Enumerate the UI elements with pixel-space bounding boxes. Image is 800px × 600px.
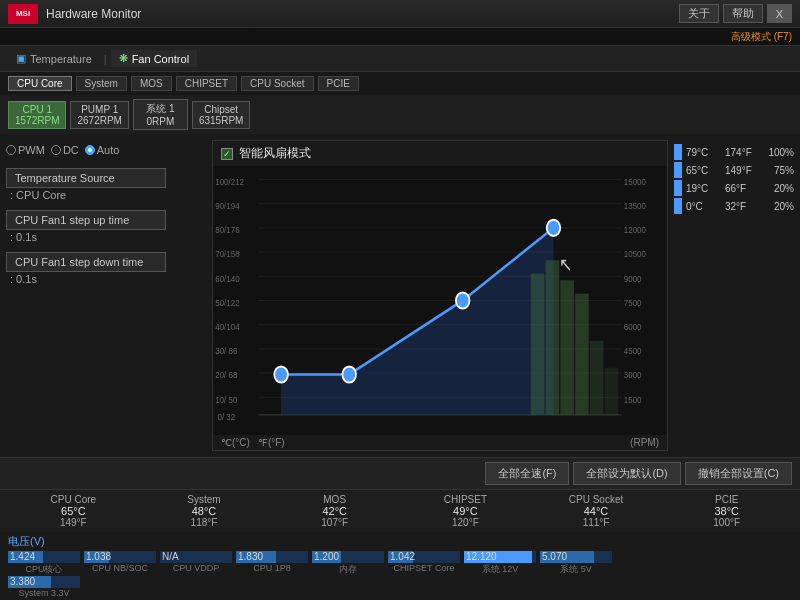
sensor-mos-val2: 107°F bbox=[321, 517, 348, 528]
voltage-label-5: CHIPSET Core bbox=[388, 563, 460, 573]
stepdown-value: : 0.1s bbox=[6, 272, 206, 286]
svg-point-40 bbox=[274, 366, 288, 382]
right-legend: 79°C 174°F 100% 65°C 149°F 75% 19°C 66°F… bbox=[674, 140, 794, 451]
fan-chipset-label: Chipset bbox=[199, 104, 243, 115]
fan-pump1-button[interactable]: PUMP 1 2672RPM bbox=[70, 101, 128, 129]
svg-text:60/140: 60/140 bbox=[215, 273, 239, 284]
sensor-tab-cpu-socket[interactable]: CPU Socket bbox=[241, 76, 313, 91]
close-button[interactable]: X bbox=[767, 4, 792, 23]
voltage-item-1: 1.038CPU NB/SOC bbox=[84, 551, 156, 573]
sensor-chipset-val2: 120°F bbox=[452, 517, 479, 528]
temp-source-group: Temperature Source : CPU Core bbox=[6, 168, 206, 202]
sensor-tab-pcie[interactable]: PCIE bbox=[318, 76, 359, 91]
mode-pwm[interactable]: PWM bbox=[6, 144, 45, 156]
fan-buttons-row: CPU 1 1572RPM PUMP 1 2672RPM 系统 1 0RPM C… bbox=[0, 95, 800, 134]
fan-curve-chart[interactable]: 100/212 90/194 80/176 70/158 60/140 50/1… bbox=[213, 166, 667, 435]
voltage-value-6: 12.120 bbox=[466, 551, 497, 563]
pwm-radio[interactable] bbox=[6, 145, 16, 155]
about-button[interactable]: 关于 bbox=[679, 4, 719, 23]
svg-point-42 bbox=[456, 292, 470, 308]
mode-radio-group: PWM DC Auto bbox=[6, 144, 119, 156]
svg-text:↖: ↖ bbox=[559, 254, 572, 276]
legend-pct-0: 100% bbox=[764, 147, 794, 158]
top-nav: 高级模式 (F7) bbox=[0, 28, 800, 46]
voltage-bar-2: N/A bbox=[160, 551, 232, 563]
voltage2-label-0: System 3.3V bbox=[8, 588, 80, 598]
sensor-tab-cpu-core[interactable]: CPU Core bbox=[8, 76, 72, 91]
dc-label: DC bbox=[63, 144, 79, 156]
svg-text:12000: 12000 bbox=[624, 225, 646, 236]
voltage-bar-7: 5.070 bbox=[540, 551, 612, 563]
legend-item-3: 0°C 32°F 20% bbox=[674, 198, 794, 214]
voltage-label-1: CPU NB/SOC bbox=[84, 563, 156, 573]
svg-text:1500: 1500 bbox=[624, 394, 642, 405]
auto-label: Auto bbox=[97, 144, 120, 156]
advanced-mode-link[interactable]: 高级模式 (F7) bbox=[731, 30, 792, 44]
sensor-system: System 48°C 118°F bbox=[139, 494, 270, 528]
help-button[interactable]: 帮助 bbox=[723, 4, 763, 23]
dc-radio[interactable] bbox=[51, 145, 61, 155]
sensor-cpu-core: CPU Core 65°C 149°F bbox=[8, 494, 139, 528]
voltage-bar-5: 1.042 bbox=[388, 551, 460, 563]
fan-chipset-button[interactable]: Chipset 6315RPM bbox=[192, 101, 250, 129]
svg-text:15000: 15000 bbox=[624, 176, 646, 187]
chart-body[interactable]: 100/212 90/194 80/176 70/158 60/140 50/1… bbox=[213, 166, 667, 435]
svg-text:0/ 32: 0/ 32 bbox=[218, 412, 236, 423]
all-default-button[interactable]: 全部设为默认(D) bbox=[573, 462, 680, 485]
fan-cpu1-button[interactable]: CPU 1 1572RPM bbox=[8, 101, 66, 129]
svg-text:6000: 6000 bbox=[624, 321, 642, 332]
voltage-item-2: N/ACPU VDDP bbox=[160, 551, 232, 573]
fan-sys1-button[interactable]: 系统 1 0RPM bbox=[133, 99, 188, 130]
smart-mode-checkbox[interactable]: ✓ bbox=[221, 148, 233, 160]
voltage-items-row: 1.424CPU核心1.038CPU NB/SOCN/ACPU VDDP1.83… bbox=[8, 551, 792, 576]
legend-bar-2 bbox=[674, 180, 682, 196]
legend-bar-1 bbox=[674, 162, 682, 178]
svg-text:9000: 9000 bbox=[624, 273, 642, 284]
sensor-pcie-val1: 38°C bbox=[714, 505, 739, 517]
mode-row: PWM DC Auto bbox=[6, 140, 206, 160]
sensor-tab-mos[interactable]: MOS bbox=[131, 76, 172, 91]
titlebar: MSI Hardware Monitor 关于 帮助 X bbox=[0, 0, 800, 28]
app-title: Hardware Monitor bbox=[46, 7, 679, 21]
temp-source-button[interactable]: Temperature Source bbox=[6, 168, 166, 188]
chart-title: 智能风扇模式 bbox=[239, 145, 311, 162]
auto-radio[interactable] bbox=[85, 145, 95, 155]
sensor-mos-label: MOS bbox=[323, 494, 346, 505]
svg-text:10/ 50: 10/ 50 bbox=[215, 394, 237, 405]
stepdown-group: CPU Fan1 step down time : 0.1s bbox=[6, 252, 206, 286]
legend-item-1: 65°C 149°F 75% bbox=[674, 162, 794, 178]
voltage-item-0: 1.424CPU核心 bbox=[8, 551, 80, 576]
left-panel: PWM DC Auto Temperature Source : CPU Cor… bbox=[6, 140, 206, 451]
chart-footer: ℃(°C) ℉(°F) (RPM) bbox=[213, 435, 667, 450]
voltage-item-7: 5.070系统 5V bbox=[540, 551, 612, 576]
voltage-label-7: 系统 5V bbox=[540, 563, 612, 576]
tab-temperature[interactable]: ▣ Temperature bbox=[8, 50, 100, 67]
legend-temp-2: 19°C bbox=[686, 183, 721, 194]
voltage-value-2: N/A bbox=[162, 551, 179, 563]
cancel-all-button[interactable]: 撤销全部设置(C) bbox=[685, 462, 792, 485]
voltage-value-5: 1.042 bbox=[390, 551, 415, 563]
voltage-label-6: 系统 12V bbox=[464, 563, 536, 576]
legend-pct-1: 75% bbox=[764, 165, 794, 176]
tab-fan-control[interactable]: ❋ Fan Control bbox=[111, 50, 197, 67]
mode-dc[interactable]: DC bbox=[51, 144, 79, 156]
stepup-button[interactable]: CPU Fan1 step up time bbox=[6, 210, 166, 230]
svg-text:100/212: 100/212 bbox=[215, 176, 244, 187]
sensor-tab-chipset[interactable]: CHIPSET bbox=[176, 76, 237, 91]
voltage-value-1: 1.038 bbox=[86, 551, 111, 563]
stepdown-button[interactable]: CPU Fan1 step down time bbox=[6, 252, 166, 272]
voltage2-value-0: 3.380 bbox=[10, 576, 35, 588]
voltage-bar-4: 1.200 bbox=[312, 551, 384, 563]
pwm-label: PWM bbox=[18, 144, 45, 156]
legend-temp-3: 0°C bbox=[686, 201, 721, 212]
svg-text:70/158: 70/158 bbox=[215, 249, 239, 260]
sensor-mos-val1: 42°C bbox=[322, 505, 347, 517]
sensor-cpu-socket-val1: 44°C bbox=[584, 505, 609, 517]
sensor-system-label: System bbox=[187, 494, 220, 505]
mode-auto[interactable]: Auto bbox=[85, 144, 120, 156]
sensor-cpu-socket-label: CPU Socket bbox=[569, 494, 623, 505]
tab-temperature-label: Temperature bbox=[30, 53, 92, 65]
sensor-tab-system[interactable]: System bbox=[76, 76, 127, 91]
sensor-cpu-core-label: CPU Core bbox=[51, 494, 97, 505]
all-full-speed-button[interactable]: 全部全速(F) bbox=[485, 462, 569, 485]
